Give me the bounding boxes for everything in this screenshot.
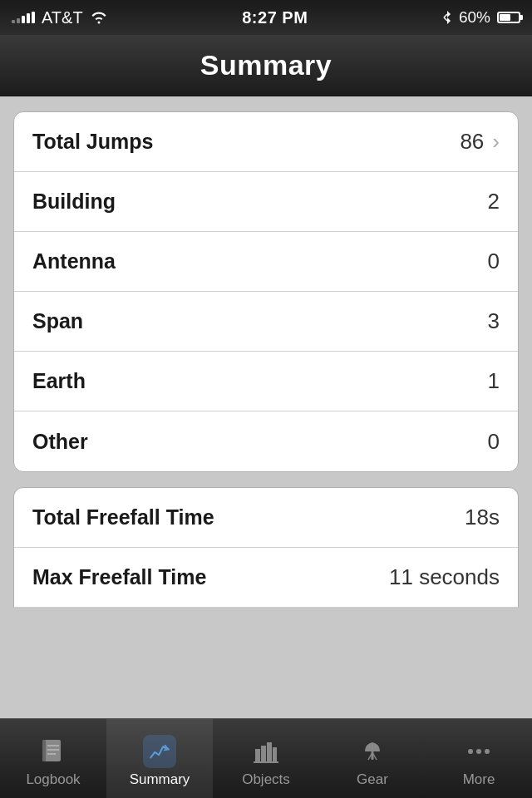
tab-bar: Logbook Summary Objects (0, 718, 532, 798)
antenna-value: 0 (488, 249, 500, 274)
svg-rect-8 (261, 746, 266, 762)
building-value: 2 (488, 189, 500, 214)
tab-summary-label: Summary (130, 771, 190, 788)
tab-logbook[interactable]: Logbook (0, 719, 106, 798)
main-content: Total Jumps 86 › Building 2 Antenna 0 Sp… (0, 96, 532, 623)
svg-line-1 (444, 17, 447, 21)
table-row: Span 3 (14, 292, 518, 352)
svg-rect-12 (372, 751, 374, 760)
table-row: Building 2 (14, 172, 518, 232)
battery-percent: 60% (459, 8, 490, 27)
objects-icon (249, 735, 283, 768)
antenna-label: Antenna (32, 249, 116, 273)
jumps-card: Total Jumps 86 › Building 2 Antenna 0 Sp… (13, 111, 519, 472)
battery-icon (497, 12, 520, 23)
span-value: 3 (488, 308, 500, 334)
span-label: Span (32, 309, 83, 333)
max-freefall-label: Max Freefall Time (32, 565, 206, 589)
total-freefall-label: Total Freefall Time (32, 505, 214, 530)
table-row: Earth 1 (14, 352, 518, 411)
total-jumps-label: Total Jumps (32, 130, 153, 154)
carrier-label: AT&T (42, 8, 83, 27)
building-label: Building (32, 190, 116, 214)
freefall-card: Total Freefall Time 18s Max Freefall Tim… (13, 487, 519, 608)
status-right: 60% (442, 8, 520, 27)
table-row[interactable]: Total Jumps 86 › (14, 112, 518, 172)
max-freefall-value: 11 seconds (389, 564, 500, 590)
tab-gear-label: Gear (357, 771, 388, 788)
total-freefall-value: 18s (465, 505, 500, 530)
status-time: 8:27 PM (242, 8, 308, 27)
total-jumps-value: 86 › (460, 129, 500, 155)
earth-label: Earth (32, 369, 86, 393)
other-label: Other (32, 430, 88, 454)
gear-icon (356, 735, 389, 768)
svg-line-14 (373, 754, 377, 760)
earth-value: 1 (488, 368, 500, 394)
wifi-icon (90, 11, 108, 24)
svg-point-17 (485, 749, 490, 754)
tab-gear[interactable]: Gear (319, 719, 426, 798)
svg-line-0 (444, 14, 447, 17)
table-row: Antenna 0 (14, 232, 518, 292)
tab-logbook-label: Logbook (26, 771, 80, 788)
svg-line-13 (368, 754, 372, 760)
svg-point-16 (476, 749, 481, 754)
signal-icon (12, 12, 35, 23)
svg-rect-7 (255, 749, 260, 762)
more-icon (462, 735, 495, 768)
tab-objects-label: Objects (242, 771, 290, 788)
summary-icon (143, 735, 176, 768)
status-bar: AT&T 8:27 PM 60% (0, 0, 532, 35)
chevron-right-icon: › (492, 129, 500, 155)
svg-rect-3 (42, 740, 46, 761)
tab-objects[interactable]: Objects (213, 719, 319, 798)
table-row: Total Freefall Time 18s (14, 488, 518, 548)
svg-rect-11 (254, 761, 278, 763)
logbook-icon (37, 735, 70, 768)
table-row: Max Freefall Time 11 seconds (14, 548, 518, 608)
svg-point-15 (468, 749, 473, 754)
tab-summary[interactable]: Summary (106, 719, 213, 798)
tab-more-label: More (463, 771, 495, 788)
other-value: 0 (488, 429, 500, 455)
status-left: AT&T (12, 8, 108, 27)
svg-rect-2 (44, 740, 61, 761)
svg-rect-9 (267, 742, 272, 762)
table-row: Other 0 (14, 411, 518, 471)
nav-bar: Summary (0, 35, 532, 96)
svg-rect-10 (273, 747, 277, 762)
page-title: Summary (200, 49, 332, 81)
tab-more[interactable]: More (426, 719, 532, 798)
bluetooth-icon (442, 10, 452, 25)
